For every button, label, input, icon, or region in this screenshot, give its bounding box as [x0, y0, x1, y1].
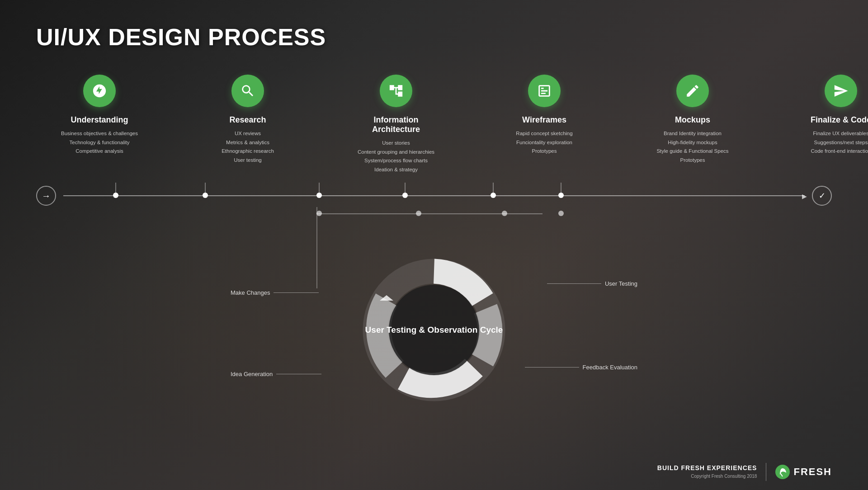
- lower-dot-finalize: [558, 211, 564, 216]
- step-understanding: Understanding Business objectives & chal…: [54, 75, 145, 156]
- timeline-end-check: ✓: [812, 186, 832, 206]
- label-feedback: Feedback Evaluation: [525, 364, 637, 371]
- finalize-items: Finalize UX deliverables Suggestions/nex…: [811, 129, 868, 156]
- wireframes-icon: [528, 75, 561, 107]
- conn-understanding: [115, 183, 116, 195]
- understanding-icon: [83, 75, 116, 107]
- footer: BUILD FRESH EXPERIENCES Copyright Fresh …: [657, 463, 832, 481]
- label-make-changes: Make Changes: [231, 289, 319, 296]
- step-wireframes: Wireframes Rapid concept sketching Funci…: [499, 75, 590, 156]
- main-content: UI/UX DESIGN PROCESS Understanding Busin…: [0, 0, 868, 490]
- lower-dot-wireframes: [416, 211, 421, 216]
- finalize-title: Finalize & Code: [811, 115, 868, 125]
- lower-dot-mockups: [502, 211, 507, 216]
- step-finalize: Finalize & Code Finalize UX deliverables…: [796, 75, 868, 156]
- conn-finalize: [561, 183, 561, 195]
- cycle-section: User Testing & Observation Cycle User Te…: [231, 244, 637, 434]
- footer-divider: [766, 463, 766, 481]
- footer-tagline: BUILD FRESH EXPERIENCES Copyright Fresh …: [657, 464, 757, 480]
- step-mockups: Mockups Brand Identity integration High-…: [647, 75, 738, 165]
- label-user-testing: User Testing: [547, 280, 637, 287]
- step-ia: Information Architecture User stories Co…: [351, 75, 441, 174]
- footer-brand-name: FRESH: [793, 466, 832, 478]
- wireframes-items: Rapid concept sketching Funciontality ex…: [516, 129, 572, 156]
- ia-items: User stories Content grouping and hierar…: [358, 139, 434, 174]
- page-title: UI/UX DESIGN PROCESS: [36, 24, 326, 51]
- ia-icon: [380, 75, 412, 107]
- lower-timeline: [36, 207, 832, 221]
- conn-mockups: [493, 183, 494, 195]
- understanding-items: Business objectives & challenges Technol…: [61, 129, 138, 156]
- ia-title: Information Architecture: [351, 115, 441, 134]
- timeline-start-arrow: →: [36, 186, 56, 206]
- lower-line: [316, 213, 542, 214]
- research-title: Research: [229, 115, 266, 125]
- svg-point-3: [775, 465, 790, 479]
- research-items: UX reviews Metrics & analytics Ethnograp…: [222, 129, 274, 165]
- cycle-center: User Testing & Observation Cycle: [362, 258, 506, 402]
- cycle-title: User Testing & Observation Cycle: [365, 324, 503, 337]
- research-icon: [231, 75, 264, 107]
- mockups-icon: [676, 75, 709, 107]
- timeline-end-arrow: ▶: [802, 193, 807, 200]
- conn-research: [205, 183, 206, 195]
- footer-tagline-text: BUILD FRESH EXPERIENCES: [657, 464, 757, 471]
- mockups-title: Mockups: [675, 115, 710, 125]
- wireframes-title: Wireframes: [522, 115, 566, 125]
- conn-wireframes: [405, 183, 406, 195]
- conn-ia: [319, 183, 320, 195]
- footer-brand: FRESH: [775, 465, 832, 479]
- timeline-main-line: [63, 195, 805, 196]
- mockups-items: Brand Identity integration High-fidelity…: [656, 129, 728, 165]
- fresh-logo-icon: [775, 465, 790, 479]
- understanding-title: Understanding: [71, 115, 128, 125]
- finalize-icon: [825, 75, 857, 107]
- label-idea: Idea Generation: [231, 371, 321, 377]
- footer-copyright: Copyright Fresh Consulting 2018: [691, 474, 757, 479]
- step-research: Research UX reviews Metrics & analytics …: [203, 75, 293, 165]
